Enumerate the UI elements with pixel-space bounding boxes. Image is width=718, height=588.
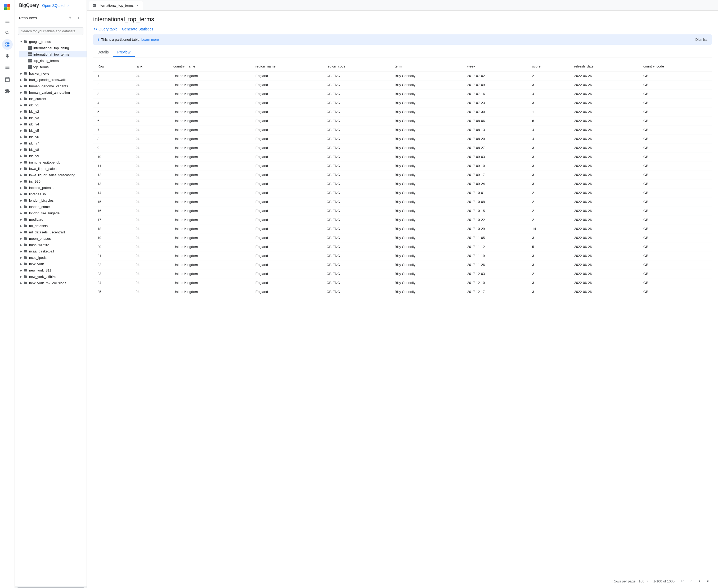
tree-item-ml_datasets[interactable]: ▶ ml_datasets [15, 223, 86, 229]
table-cell-country_name: United Kingdom [169, 125, 251, 134]
table-cell-region_name: England [251, 206, 322, 215]
tree-item-hud_zipcode_crosswalk[interactable]: ▶ hud_zipcode_crosswalk [15, 77, 86, 83]
nav-puzzle-icon[interactable] [2, 86, 13, 96]
table-row: 2124United KingdomEnglandGB-ENGBilly Con… [93, 251, 712, 260]
table-cell-country_name: United Kingdom [169, 278, 251, 287]
dataset-icon [23, 198, 28, 203]
tree-item-idc_v9[interactable]: ▶ idc_v9 [15, 153, 86, 159]
tree-item-medicare[interactable]: ▶ medicare [15, 216, 86, 223]
nav-pin-icon[interactable] [2, 51, 13, 61]
nav-calendar-icon[interactable] [2, 74, 13, 85]
tree-item-idc_v7[interactable]: ▶ idc_v7 [15, 140, 86, 146]
tree-item-irs_990[interactable]: ▶ irs_990 [15, 178, 86, 185]
tree-item-libraries_io[interactable]: ▶ libraries_io [15, 191, 86, 197]
table-header-score: score [528, 62, 570, 71]
table-row: 2424United KingdomEnglandGB-ENGBilly Con… [93, 278, 712, 287]
tree-item-idc_v8[interactable]: ▶ idc_v8 [15, 146, 86, 153]
svg-rect-0 [4, 4, 7, 7]
nav-menu-icon[interactable] [2, 16, 13, 26]
search-input[interactable] [18, 27, 83, 35]
tree-item-ml_datasets_uscentral1[interactable]: ▶ ml_datasets_uscentral1 [15, 229, 86, 235]
tree-item-new_york_311[interactable]: ▶ new_york_311 [15, 267, 86, 273]
rows-per-page-select[interactable]: 100 [639, 579, 649, 583]
table-header-region_code: region_code [322, 62, 390, 71]
tree-item-london_fire_brigade[interactable]: ▶ london_fire_brigade [15, 210, 86, 216]
tree-item-iowa_liquor_sales[interactable]: ▶ iowa_liquor_sales [15, 165, 86, 172]
tree-arrow: ▶ [19, 97, 23, 101]
tree-item-top-rising-terms[interactable]: top_rising_terms [19, 58, 86, 64]
tree-item-idc_v6[interactable]: ▶ idc_v6 [15, 134, 86, 140]
tree-item-ncaa_basketball[interactable]: ▶ ncaa_basketball [15, 248, 86, 254]
tree-item-google-trends[interactable]: ▼ google_trends [15, 38, 86, 45]
open-sql-button[interactable]: Open SQL editor [42, 3, 70, 8]
tab-preview[interactable]: Preview [113, 48, 135, 57]
table-row: 1724United KingdomEnglandGB-ENGBilly Con… [93, 215, 712, 225]
tree-item-international-top-terms[interactable]: international_top_terms [19, 51, 86, 58]
prev-page-button[interactable] [687, 578, 695, 585]
table-cell-country_code: GB [639, 71, 712, 81]
next-page-button[interactable] [696, 578, 703, 585]
app-logo [2, 2, 13, 13]
first-page-button[interactable] [679, 578, 686, 585]
tree-item-labeled_patents[interactable]: ▶ labeled_patents [15, 185, 86, 191]
query-table-label: Query table [99, 27, 118, 31]
last-page-button[interactable] [704, 578, 712, 585]
table-body: 124United KingdomEnglandGB-ENGBilly Conn… [93, 71, 712, 296]
tree-item-immune_epitope_db[interactable]: ▶ immune_epitope_db [15, 159, 86, 165]
tree-arrow: ▶ [19, 109, 23, 113]
table-cell-region_code: GB-ENG [322, 134, 390, 143]
tree-item-new_york_mv_collisions[interactable]: ▶ new_york_mv_collisions [15, 280, 86, 286]
tree-item-hacker_news[interactable]: ▶ hacker_news [15, 70, 86, 77]
query-table-link[interactable]: Query table [93, 27, 118, 31]
tree-item-idc_v2[interactable]: ▶ idc_v2 [15, 108, 86, 114]
tree-label: iowa_liquor_sales [29, 167, 56, 171]
tree-label: idc_v1 [29, 103, 39, 107]
add-button[interactable] [75, 14, 82, 22]
table-cell-score: 3 [528, 233, 570, 243]
sidebar-tree: ▼ google_trends international_top_rising… [15, 37, 86, 586]
tree-item-new_york_citibike[interactable]: ▶ new_york_citibike [15, 273, 86, 280]
dataset-icon [23, 243, 28, 247]
info-icon: ℹ [98, 37, 99, 42]
tree-item-idc_current[interactable]: ▶ idc_current [15, 96, 86, 102]
refresh-button[interactable] [65, 14, 73, 22]
tree-item-moon_phases[interactable]: ▶ moon_phases [15, 235, 86, 241]
tree-item-human_variant_annotation[interactable]: ▶ human_variant_annotation [15, 89, 86, 96]
tree-item-idc_v4[interactable]: ▶ idc_v4 [15, 121, 86, 127]
tree-item-top-terms[interactable]: top_terms [19, 64, 86, 70]
tree-item-idc_v5[interactable]: ▶ idc_v5 [15, 127, 86, 134]
table-cell-country_code: GB [639, 99, 712, 107]
sidebar-header: Resources [15, 11, 86, 25]
tree-item-international-top-rising[interactable]: international_top_rising_ [19, 45, 86, 51]
tab-close-button[interactable]: × [135, 3, 140, 8]
nav-search-icon[interactable] [2, 27, 13, 38]
tree-arrow: ▶ [19, 103, 23, 107]
tree-item-london_bicycles[interactable]: ▶ london_bicycles [15, 197, 86, 204]
tree-item-nces_ipeds[interactable]: ▶ nces_ipeds [15, 254, 86, 261]
table-cell-rank: 24 [131, 188, 169, 197]
tree-item-idc_v1[interactable]: ▶ idc_v1 [15, 102, 86, 108]
tree-arrow: ▶ [19, 281, 23, 285]
tree-item-london_crime[interactable]: ▶ london_crime [15, 204, 86, 210]
tree-item-nasa_wildfire[interactable]: ▶ nasa_wildfire [15, 241, 86, 248]
table-cell-region_name: England [251, 197, 322, 206]
tree-item-iowa_liquor_sales_forecasting[interactable]: ▶ iowa_liquor_sales_forecasting [15, 172, 86, 178]
table-cell-week: 2017-09-17 [463, 170, 528, 180]
table-cell-refresh_date: 2022-06-26 [570, 260, 639, 269]
nav-database-icon[interactable] [2, 39, 13, 50]
tree-item-human_genome_variants[interactable]: ▶ human_genome_variants [15, 83, 86, 89]
table-cell-term: Billy Connolly [390, 206, 463, 215]
table-cell-region_code: GB-ENG [322, 215, 390, 225]
generate-stats-link[interactable]: Generate Statistics [122, 27, 153, 31]
main-tab[interactable]: international_top_terms × [89, 1, 143, 10]
learn-more-link[interactable]: Learn more [141, 38, 159, 42]
tree-item-new_york[interactable]: ▶ new_york [15, 261, 86, 267]
nav-list-icon[interactable] [2, 62, 13, 73]
table-cell-rank: 24 [131, 215, 169, 225]
tree-item-idc_v3[interactable]: ▶ idc_v3 [15, 114, 86, 121]
table-cell-term: Billy Connolly [390, 107, 463, 117]
table-cell-refresh_date: 2022-06-26 [570, 243, 639, 251]
tab-details[interactable]: Details [93, 48, 113, 57]
table-cell-week: 2017-09-24 [463, 180, 528, 188]
dismiss-button[interactable]: Dismiss [696, 38, 708, 42]
